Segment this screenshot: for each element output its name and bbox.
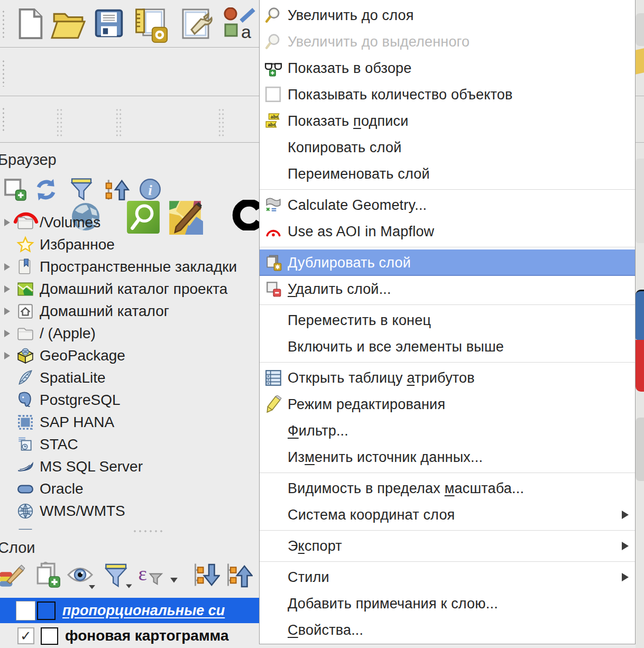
new-print-layout-icon[interactable] xyxy=(132,7,168,43)
filter-expression-icon[interactable]: ε xyxy=(137,561,164,588)
menu-item-use-as-aoi-mapflow[interactable]: Use as AOI in Mapflow xyxy=(260,218,635,245)
menu-item-zoom-to-layer[interactable]: Увеличить до слоя xyxy=(260,2,635,29)
browser-item-12[interactable]: Oracle xyxy=(0,478,264,500)
menu-separator xyxy=(260,247,635,247)
menu-item-label: Переименовать слой xyxy=(288,166,430,182)
menu-item-label: Стили xyxy=(288,569,329,586)
menu-item-calculate-geometry[interactable]: Calculate Geometry... xyxy=(260,192,635,218)
browser-item-label: PostgreSQL xyxy=(40,392,121,409)
expand-arrow-icon[interactable] xyxy=(3,219,16,226)
browser-item-14[interactable] xyxy=(0,522,264,530)
expand-arrow-icon[interactable] xyxy=(3,352,16,359)
browser-item-0[interactable]: /Volumes xyxy=(0,211,264,234)
spatialite-icon xyxy=(16,369,34,387)
layout-manager-icon[interactable] xyxy=(179,7,213,41)
save-project-icon[interactable] xyxy=(93,7,125,39)
refresh-icon[interactable] xyxy=(33,177,59,203)
add-group-icon[interactable] xyxy=(34,561,61,589)
menu-item-open-attribute-table[interactable]: Открыть таблицу атрибутов xyxy=(260,365,635,391)
sap-hana-icon xyxy=(16,413,34,431)
filter-legend-icon[interactable] xyxy=(104,561,134,592)
collapse-all-icon[interactable] xyxy=(224,561,253,590)
browser-item-label: /Volumes xyxy=(40,214,100,231)
menu-item-filter[interactable]: Фильтр... xyxy=(260,418,635,444)
map-themes-icon[interactable] xyxy=(67,561,98,593)
menu-item-add-layer-notes[interactable]: Добавить примечания к слою... xyxy=(260,590,635,617)
show-in-overview-icon xyxy=(264,59,282,77)
caret-down-icon[interactable] xyxy=(168,574,180,586)
menu-item-show-in-overview[interactable]: Показать в обзоре xyxy=(260,55,635,81)
panel-splitter-handle[interactable] xyxy=(132,529,165,533)
menu-item-move-to-bottom[interactable]: Переместить в конец xyxy=(260,307,635,334)
browser-item-label: Домашний каталог xyxy=(40,303,169,320)
expand-all-icon[interactable] xyxy=(191,561,220,590)
browser-item-label: Пространственные закладки xyxy=(40,258,237,275)
menu-item-set-scale-visibility[interactable]: Видимость в пределах масштаба... xyxy=(260,475,635,502)
labels-icon: abcabc xyxy=(264,112,282,130)
menu-item-label: Копировать слой xyxy=(288,140,402,156)
menu-item-change-data-source[interactable]: Изменить источник данных... xyxy=(260,444,635,470)
menu-item-label: Открыть таблицу атрибутов xyxy=(288,370,475,386)
browser-item-label: Oracle xyxy=(40,480,83,497)
layer-visibility-checkbox[interactable]: ✓ xyxy=(17,627,34,644)
browser-item-7[interactable]: SpatiaLite xyxy=(0,367,264,389)
browser-item-8[interactable]: PostgreSQL xyxy=(0,389,264,411)
menu-item-layer-crs[interactable]: Система координат слоя xyxy=(260,502,635,528)
browser-item-1[interactable]: Избранное xyxy=(0,234,264,256)
mssql-icon xyxy=(16,458,34,476)
calculate-geometry-icon xyxy=(264,196,282,214)
menu-item-remove-layer[interactable]: Удалить слой... xyxy=(260,276,635,302)
menu-separator xyxy=(260,561,635,562)
svg-text:i: i xyxy=(148,182,152,198)
menu-item-toggle-editing[interactable]: Режим редактирования xyxy=(260,391,635,418)
browser-item-4[interactable]: Домашний каталог xyxy=(0,300,264,322)
menu-item-export[interactable]: Экспорт xyxy=(260,533,635,559)
menu-item-show-feature-count[interactable]: Показывать количество объектов xyxy=(260,81,635,108)
toolbar-grip[interactable] xyxy=(2,59,6,87)
menu-separator xyxy=(260,530,635,531)
layer-symbol-swatch[interactable] xyxy=(37,601,56,620)
collapse-tree-icon[interactable] xyxy=(104,177,130,203)
expand-arrow-icon[interactable] xyxy=(3,308,16,315)
menu-item-properties[interactable]: Свойства... xyxy=(260,617,635,643)
expand-arrow-icon[interactable] xyxy=(3,330,16,337)
layer-styling-icon[interactable] xyxy=(0,561,25,589)
browser-item-2[interactable]: Пространственные закладки xyxy=(0,256,264,278)
browser-item-11[interactable]: MS SQL Server xyxy=(0,456,264,478)
browser-item-label: WMS/WMTS xyxy=(40,503,125,520)
toolbar-grip[interactable] xyxy=(2,10,6,38)
browser-item-label: Домашний каталог проекта xyxy=(40,281,227,298)
browser-item-9[interactable]: SAP HANA xyxy=(0,411,264,433)
filter-browser-icon[interactable] xyxy=(69,177,94,202)
clipped-icon-fragment xyxy=(636,159,644,243)
menu-item-duplicate-layer[interactable]: Дублировать слой xyxy=(260,249,635,276)
browser-item-13[interactable]: WMS/WMTS xyxy=(0,500,264,522)
menu-item-styles[interactable]: Стили xyxy=(260,564,635,590)
menu-item-show-labels[interactable]: abcabcПоказать подписи xyxy=(260,108,635,134)
layer-symbol-swatch[interactable] xyxy=(41,627,58,645)
clipped-icon-fragment xyxy=(636,418,644,481)
menu-item-check-and-all-above[interactable]: Включить и все элементы выше xyxy=(260,334,635,360)
remove-layer-icon xyxy=(264,280,282,298)
duplicate-layer-icon xyxy=(264,254,282,272)
properties-info-icon[interactable]: i xyxy=(137,177,163,202)
new-project-icon[interactable] xyxy=(14,7,47,40)
open-project-icon[interactable] xyxy=(51,7,86,42)
browser-item-6[interactable]: GeoPackage xyxy=(0,345,264,367)
menu-item-rename-layer[interactable]: Переименовать слой xyxy=(260,161,635,187)
layer-visibility-checkbox[interactable] xyxy=(16,601,35,621)
menu-item-label: Увеличить до слоя xyxy=(288,7,414,24)
browser-item-5[interactable]: / (Apple) xyxy=(0,322,264,345)
style-manager-icon[interactable]: a xyxy=(223,7,257,41)
browser-item-10[interactable]: STAC xyxy=(0,433,264,456)
menu-item-copy-layer[interactable]: Копировать слой xyxy=(260,134,635,161)
menu-item-label: Система координат слоя xyxy=(288,507,455,523)
toolbar-grip[interactable] xyxy=(2,107,6,133)
expand-arrow-icon[interactable] xyxy=(3,263,16,271)
expand-arrow-icon[interactable] xyxy=(3,285,16,293)
browser-item-3[interactable]: Домашний каталог проекта xyxy=(0,278,264,300)
menu-item-label: Фильтр... xyxy=(288,423,348,439)
add-selected-layers-icon[interactable] xyxy=(2,177,27,202)
postgresql-icon xyxy=(16,391,34,409)
zoom-to-layer-icon xyxy=(264,6,282,24)
